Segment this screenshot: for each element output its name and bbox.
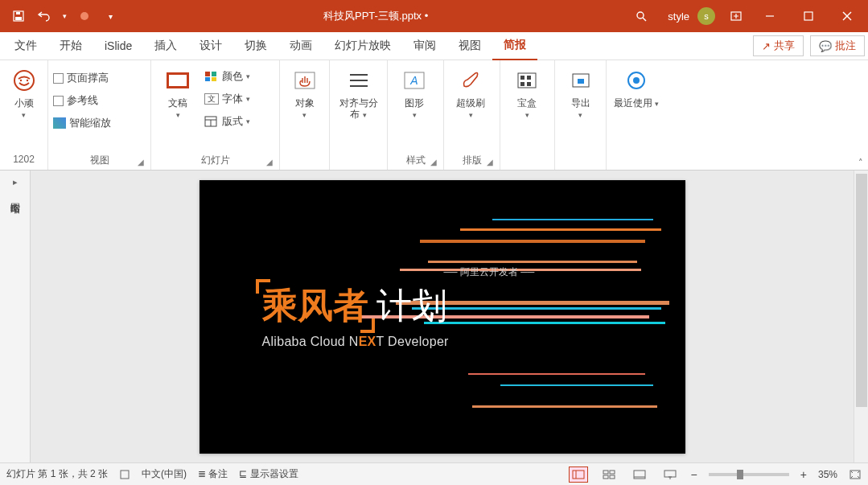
collapse-ribbon-icon[interactable]: ˄ xyxy=(858,158,863,168)
tab-transitions[interactable]: 切换 xyxy=(233,32,278,60)
slide-title-orange: 乘风者 xyxy=(262,282,368,330)
reading-view-icon[interactable] xyxy=(630,467,649,483)
tab-insert[interactable]: 插入 xyxy=(143,32,188,60)
zoom-out-icon[interactable]: − xyxy=(691,468,697,481)
guides-label: 参考线 xyxy=(67,93,98,108)
qat-customize-icon[interactable]: ▾ xyxy=(100,6,121,27)
launcher-icon[interactable]: ◢ xyxy=(430,158,437,166)
tab-view[interactable]: 视图 xyxy=(447,32,492,60)
work-area: ▸ 缩略图 ── 阿里云开发者 ── 乘风者 计划 xyxy=(0,171,868,462)
layout-button[interactable]: 版式 ▾ xyxy=(204,112,250,131)
tabs-row: 文件 开始 iSlide 插入 设计 切换 动画 幻灯片放映 审阅 视图 简报 … xyxy=(0,32,868,60)
group-layout-label: 排版 xyxy=(463,154,482,166)
shape-button[interactable]: A 图形 xyxy=(393,64,436,124)
close-icon[interactable] xyxy=(829,0,865,32)
recent-icon xyxy=(623,67,650,94)
launcher-icon[interactable]: ◢ xyxy=(487,158,493,166)
sorter-view-icon[interactable] xyxy=(599,467,619,483)
glitch-decoration xyxy=(428,261,637,263)
tab-animations[interactable]: 动画 xyxy=(278,32,323,60)
glitch-decoration xyxy=(468,373,645,375)
tab-home[interactable]: 开始 xyxy=(48,32,93,60)
svg-point-13 xyxy=(26,80,27,81)
svg-text:A: A xyxy=(409,74,418,87)
recent-button[interactable]: 最近使用 xyxy=(611,64,661,112)
export-button[interactable]: 导出 xyxy=(560,64,601,124)
xiaowan-button[interactable]: 小顽 xyxy=(5,64,43,124)
svg-rect-32 xyxy=(520,82,525,86)
tab-islide[interactable]: iSlide xyxy=(93,32,143,60)
svg-rect-18 xyxy=(205,77,210,81)
launcher-icon[interactable]: ◢ xyxy=(266,158,273,166)
align-button[interactable]: 对齐与分布 xyxy=(335,64,382,124)
ribbon-display-icon[interactable] xyxy=(723,0,749,32)
comment-icon: 💬 xyxy=(819,40,832,52)
tab-brief[interactable]: 简报 xyxy=(492,32,537,60)
launcher-icon[interactable]: ◢ xyxy=(138,158,144,166)
grid-icon xyxy=(513,67,541,94)
display-settings-button[interactable]: ⊑ 显示器设置 xyxy=(239,467,298,481)
tab-review[interactable]: 审阅 xyxy=(402,32,447,60)
xiaowan-label: 小顽 xyxy=(14,97,34,109)
maximize-icon[interactable] xyxy=(791,0,826,32)
comments-button[interactable]: 💬批注 xyxy=(810,35,865,56)
en-pre: Alibaba Cloud N xyxy=(262,335,359,348)
font-icon: 文 xyxy=(204,93,219,105)
doc-icon xyxy=(164,67,191,94)
svg-rect-31 xyxy=(527,76,531,80)
user-avatar[interactable]: s xyxy=(697,7,715,25)
pane-expand-icon[interactable]: ▸ xyxy=(13,177,18,187)
svg-rect-2 xyxy=(16,12,20,14)
box-button[interactable]: 宝盒 xyxy=(505,64,549,124)
font-button[interactable]: 文字体 ▾ xyxy=(204,89,250,109)
save-icon[interactable] xyxy=(8,6,29,27)
share-label: 共享 xyxy=(774,39,795,53)
accessibility-icon[interactable] xyxy=(119,469,130,480)
zoom-value[interactable]: 35% xyxy=(818,469,837,480)
language-button[interactable]: 中文(中国) xyxy=(142,467,187,481)
doc-button[interactable]: 文稿 xyxy=(156,64,200,124)
share-button[interactable]: ↗共享 xyxy=(753,35,804,56)
slide[interactable]: ── 阿里云开发者 ── 乘风者 计划 Alibaba Cloud NEXT D… xyxy=(200,180,685,454)
zoom-handle[interactable] xyxy=(737,470,743,479)
slideshow-view-icon[interactable] xyxy=(660,467,680,483)
search-icon[interactable] xyxy=(631,6,652,27)
slide-canvas[interactable]: ── 阿里云开发者 ── 乘风者 计划 Alibaba Cloud NEXT D… xyxy=(31,171,854,462)
fit-window-icon[interactable] xyxy=(849,469,862,480)
tab-design[interactable]: 设计 xyxy=(188,32,233,60)
smart-zoom-button[interactable]: 智能缩放 xyxy=(53,113,111,133)
minimize-icon[interactable] xyxy=(752,0,788,32)
glitch-decoration xyxy=(500,384,653,386)
notes-button[interactable]: ≣ 备注 xyxy=(198,467,228,481)
tab-file[interactable]: 文件 xyxy=(3,32,48,60)
svg-rect-41 xyxy=(603,471,608,474)
svg-point-11 xyxy=(14,71,34,90)
superbr-button[interactable]: 超级刷 xyxy=(449,64,492,124)
export-icon xyxy=(567,67,594,94)
normal-view-icon[interactable] xyxy=(569,467,588,483)
en-mid: EX xyxy=(359,335,376,348)
page-height-checkbox[interactable]: 页面撑高 xyxy=(53,68,111,88)
color-button[interactable]: 颜色 ▾ xyxy=(204,67,250,86)
undo-dropdown-icon[interactable]: ▾ xyxy=(60,6,69,27)
layout-label: 版式 xyxy=(222,114,243,129)
svg-rect-17 xyxy=(212,72,216,76)
svg-rect-47 xyxy=(664,471,676,477)
slide-counter[interactable]: 幻灯片 第 1 张，共 2 张 xyxy=(6,467,108,481)
user-label: style xyxy=(668,10,689,23)
object-button[interactable]: 对象 xyxy=(285,64,324,124)
undo-icon[interactable] xyxy=(34,6,55,27)
group-left-number: 1202 xyxy=(5,154,43,168)
guides-checkbox[interactable]: 参考线 xyxy=(53,91,111,110)
scrollbar-thumb[interactable] xyxy=(856,174,867,407)
shape-icon: A xyxy=(401,67,428,94)
record-icon[interactable] xyxy=(74,6,95,27)
slide-title-white: 计划 xyxy=(376,282,447,330)
vertical-scrollbar[interactable] xyxy=(854,171,868,462)
zoom-in-icon[interactable]: + xyxy=(800,468,807,481)
smart-zoom-icon xyxy=(53,117,66,129)
slide-text-block[interactable]: ── 阿里云开发者 ── 乘风者 计划 Alibaba Cloud NEXT D… xyxy=(262,265,535,349)
tab-slideshow[interactable]: 幻灯片放映 xyxy=(323,32,402,60)
align-label: 对齐与分布 xyxy=(339,97,378,120)
zoom-slider[interactable] xyxy=(709,473,789,476)
